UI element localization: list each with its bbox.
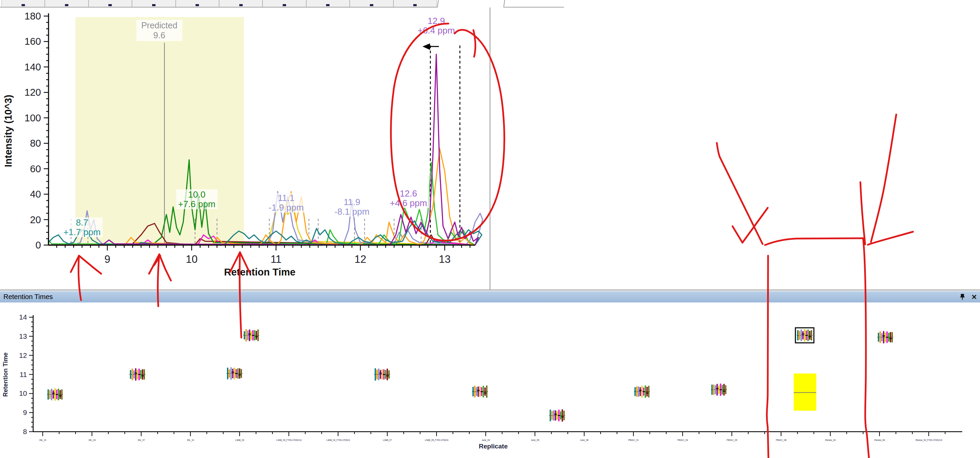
y-tick-label: 14 <box>19 313 27 321</box>
y-tick-label: 40 <box>30 189 41 200</box>
replicate-rt-cluster[interactable] <box>877 331 893 344</box>
replicate-tick-label: 33L_07 <box>138 439 145 442</box>
y-tick-label: 9 <box>23 409 27 416</box>
peak-annotation-11.1: 11.1-1.9 ppm <box>267 193 306 213</box>
replicate-rt-cluster[interactable] <box>374 369 390 381</box>
replicate-rt-cluster[interactable] <box>47 388 63 401</box>
replicate-tick-label: Renew_06 <box>874 439 885 442</box>
replicate-tick-label: PB31C_01 <box>628 439 639 442</box>
red-antler-right-long <box>871 114 896 242</box>
retention-times-panel-title: Retention Times <box>0 293 957 301</box>
predicted-rt-word: Predicted <box>141 21 177 30</box>
peak-annotation-12.6: 12.6+4.6 ppm <box>388 188 429 208</box>
predicted-window-region <box>75 17 244 245</box>
replicate-rt-cluster[interactable] <box>243 329 259 342</box>
app-window: { "tab_strip": { "tab_count": 10, "activ… <box>0 0 980 458</box>
replicate-tick-label: PB31C_08 <box>776 439 786 442</box>
replicate-tick-label: June_08 <box>580 439 589 442</box>
replicate-tick-label: Renew_03 <box>825 439 836 442</box>
y-tick-label: 120 <box>25 87 41 98</box>
peak-annotation-8.7: 8.7+1.7 ppm <box>61 217 103 237</box>
replicate-tick-label: L3AB_07 <box>383 439 392 442</box>
peak-annotation-10.0: 10.0+7.6 ppm <box>176 189 217 209</box>
x-axis-title: Retention Time <box>224 267 296 278</box>
retention-times-panel-header[interactable]: Retention Times ✕ <box>0 291 980 302</box>
predicted-rt-value: 9.6 <box>141 30 177 40</box>
replicate-tick-label: PB31C_04 <box>678 439 688 442</box>
red-antler-left-diagonal <box>717 143 763 244</box>
replicate-tick-label: June_03 <box>482 439 490 442</box>
y-tick-label: 10 <box>19 389 27 397</box>
red-antler-right-hook <box>868 232 913 245</box>
replicate-tick-label: PB31C_05 <box>727 439 737 442</box>
x-tick-label: 9 <box>104 253 110 265</box>
highlighted-replicate-range <box>794 374 816 411</box>
replicate-rt-cluster[interactable] <box>472 386 488 398</box>
replicate-tick-label: 33L_10 <box>187 439 194 442</box>
replicate-tick-label: L3AB_05_F700-17030.6 <box>425 439 449 442</box>
chromatogram-chart[interactable]: 020406080100120140160180910111213Retenti… <box>0 0 496 291</box>
x-axis-title: Replicate <box>479 443 508 450</box>
y-tick-label: 80 <box>30 138 41 149</box>
y-tick-label: 0 <box>35 240 41 251</box>
y-tick-label: 100 <box>25 113 41 123</box>
auto-hide-pin-icon[interactable] <box>957 293 968 301</box>
x-tick-label: 10 <box>186 253 197 265</box>
red-antler-right-short <box>861 182 865 244</box>
y-tick-label: 11 <box>19 371 27 378</box>
replicate-rt-cluster[interactable] <box>634 386 650 398</box>
replicate-rt-cluster[interactable] <box>711 383 727 396</box>
replicate-rt-cluster[interactable] <box>795 328 814 343</box>
replicate-rt-cluster[interactable] <box>130 369 145 381</box>
y-axis-title: Intensity (10^3) <box>3 95 14 167</box>
y-tick-label: 13 <box>19 332 27 340</box>
y-tick-label: 12 <box>19 351 27 359</box>
y-tick-label: 20 <box>30 214 41 225</box>
replicate-tick-label: Renew_03_F700-17033.0.6 <box>915 439 942 442</box>
replicate-tick-label: L3AB_04_F700-17033.6 <box>326 439 350 442</box>
y-axis-title: Retention Time <box>2 352 9 397</box>
y-tick-label: 160 <box>25 36 41 47</box>
replicate-tick-label: L3AB_03_F700-17033.0.6 <box>276 439 301 442</box>
red-horizontal-line <box>765 238 863 245</box>
replicate-tick-label: 33L_01 <box>39 439 46 442</box>
x-tick-label: 11 <box>270 253 281 265</box>
predicted-rt-label: Predicted 9.6 <box>137 20 182 41</box>
close-icon[interactable]: ✕ <box>968 293 980 301</box>
x-tick-label: 13 <box>439 253 450 265</box>
red-antler-left-check <box>732 208 768 243</box>
peak-annotation-12.9: 12.9+6.4 ppm <box>416 16 457 35</box>
replicate-tick-label: 33L_04 <box>89 439 96 442</box>
replicate-rt-cluster[interactable] <box>549 409 565 422</box>
y-tick-label: 8 <box>23 428 27 436</box>
peak-apex-flag-icon <box>423 43 430 50</box>
y-tick-label: 140 <box>25 62 41 72</box>
x-tick-label: 12 <box>355 253 366 265</box>
y-tick-label: 180 <box>25 11 41 22</box>
peak-annotation-11.9: 11.9-8.1 ppm <box>332 197 372 217</box>
replicate-tick-label: L3AB_03 <box>235 439 244 442</box>
panel-splitter[interactable] <box>0 289 980 291</box>
retention-times-chart[interactable]: 89101112131433L_0133L_0433L_0733L_10L3AB… <box>0 303 980 458</box>
y-tick-label: 60 <box>30 163 41 174</box>
replicate-rt-cluster[interactable] <box>227 367 242 380</box>
replicate-tick-label: June_05 <box>531 439 539 442</box>
